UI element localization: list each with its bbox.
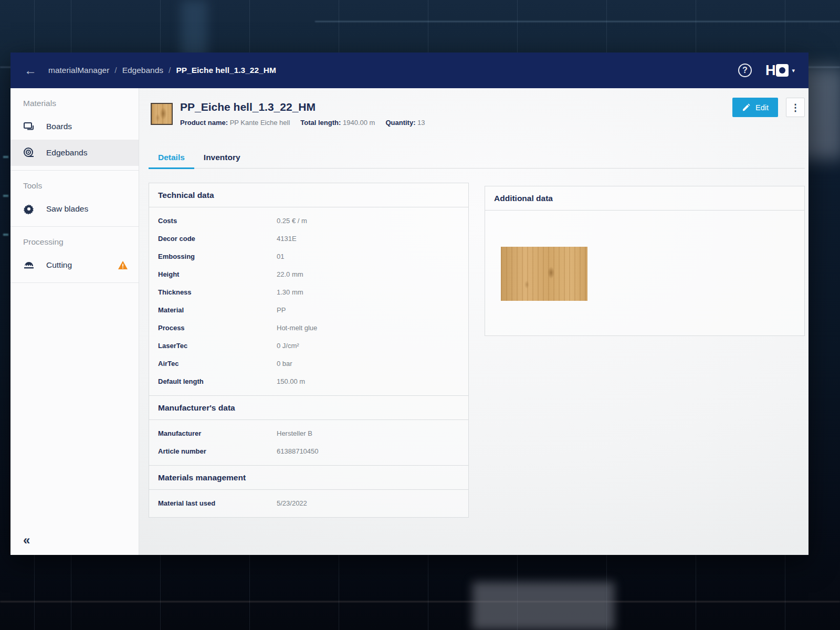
sidebar-item-cutting[interactable]: Cutting [10, 252, 139, 278]
row-value: 150.00 m [277, 377, 305, 385]
background-glow [472, 582, 614, 630]
meta-value: PP Kante Eiche hell [230, 119, 290, 127]
section-title: Technical data [149, 183, 468, 207]
edit-button[interactable]: Edit [732, 98, 778, 117]
table-row: AirTec0 bar [149, 354, 468, 372]
meta-value: 13 [417, 119, 425, 127]
meta-quantity: Quantity: 13 [385, 119, 425, 127]
sidebar-item-saw-blades[interactable]: Saw blades [10, 196, 139, 222]
tab-inventory[interactable]: Inventory [194, 147, 250, 168]
row-value: 61388710450 [277, 447, 319, 455]
row-label: Embossing [149, 253, 277, 260]
homag-logo-icon [776, 64, 789, 77]
pencil-icon [742, 103, 750, 112]
back-arrow-icon[interactable]: ← [24, 64, 37, 77]
sidebar: Materials Boards Edgebands Tools Saw b [10, 88, 139, 555]
product-thumbnail [151, 103, 173, 125]
row-value: Hot-melt glue [277, 324, 317, 332]
materials-management-rows: Material last used5/23/2022 [149, 490, 468, 517]
row-value: PP [277, 306, 286, 314]
help-icon[interactable]: ? [738, 64, 752, 77]
row-value: 22.0 mm [277, 270, 303, 278]
row-label: LaserTec [149, 342, 277, 350]
row-label: Article number [149, 447, 277, 455]
material-manager-window: ← materialManager / Edgebands / PP_Eiche… [10, 52, 808, 555]
sidebar-section-tools: Tools Saw blades [10, 171, 139, 227]
page-title: PP_Eiche hell_1.3_22_HM [180, 101, 316, 113]
materials-management-card: Materials management Material last used5… [149, 465, 469, 518]
saw-cutting-icon [23, 259, 35, 271]
section-title: Materials management [149, 466, 468, 490]
row-label: Manufacturer [149, 429, 277, 437]
table-row: LaserTec0 J/cm² [149, 337, 468, 354]
table-row: Default length150.00 m [149, 372, 468, 390]
row-label: Thickness [149, 288, 277, 296]
account-menu[interactable]: H ▾ [765, 62, 795, 79]
more-options-button[interactable]: ⋮ [786, 98, 805, 117]
sidebar-collapse-button[interactable]: « [23, 533, 30, 548]
breadcrumb-separator: / [114, 66, 117, 75]
meta-label: Product name: [180, 119, 228, 127]
row-label: Decor code [149, 235, 277, 243]
additional-data-card: Additional data [485, 186, 805, 336]
row-value: Hersteller B [277, 429, 312, 437]
wood-texture-image [501, 247, 587, 301]
table-row: ProcessHot-melt glue [149, 319, 468, 337]
sidebar-section-header: Materials [10, 93, 139, 113]
row-label: AirTec [149, 360, 277, 368]
background-tick [3, 195, 8, 197]
topbar-actions: ? H ▾ [738, 62, 795, 79]
breadcrumb: materialManager / Edgebands / PP_Eiche h… [48, 66, 276, 75]
breadcrumb-edgebands[interactable]: Edgebands [122, 66, 163, 75]
meta-value: 1940.00 m [343, 119, 375, 127]
top-bar: ← materialManager / Edgebands / PP_Eiche… [10, 52, 808, 88]
edit-button-label: Edit [755, 103, 769, 112]
meta-label: Total length: [300, 119, 341, 127]
row-value: 5/23/2022 [277, 499, 307, 507]
row-label: Default length [149, 377, 277, 385]
manufacturer-data-card: Manufacturer's data ManufacturerHerstell… [149, 395, 469, 466]
row-value: 0 bar [277, 360, 292, 368]
sidebar-item-label: Boards [46, 122, 72, 131]
row-label: Height [149, 270, 277, 278]
breadcrumb-current-item: PP_Eiche hell_1.3_22_HM [176, 66, 276, 75]
sidebar-item-edgebands[interactable]: Edgebands [10, 140, 139, 166]
content-area: PP_Eiche hell_1.3_22_HM Product name: PP… [139, 88, 808, 555]
warning-icon [118, 260, 128, 270]
breadcrumb-material-manager[interactable]: materialManager [48, 66, 109, 75]
sidebar-section-header: Tools [10, 176, 139, 196]
row-label: Material [149, 306, 277, 314]
tab-bar: Details Inventory [149, 147, 805, 169]
sidebar-item-label: Cutting [46, 260, 72, 270]
gear-icon [23, 203, 35, 215]
section-title: Manufacturer's data [149, 396, 468, 420]
tab-details[interactable]: Details [149, 147, 194, 168]
meta-label: Quantity: [385, 119, 415, 127]
sidebar-item-label: Edgebands [46, 148, 87, 158]
background-tick [3, 156, 8, 158]
table-row: Material last used5/23/2022 [149, 494, 468, 512]
row-value: 01 [277, 253, 284, 260]
chevron-down-icon: ▾ [792, 67, 795, 74]
table-row: MaterialPP [149, 301, 468, 319]
table-row: Decor code4131E [149, 229, 468, 247]
edgeband-coil-icon [23, 147, 35, 159]
product-meta: Product name: PP Kante Eiche hell Total … [180, 119, 425, 127]
details-column: Technical data Costs0.25 € / m Decor cod… [149, 183, 469, 518]
meta-total-length: Total length: 1940.00 m [300, 119, 375, 127]
boards-icon [23, 121, 35, 132]
breadcrumb-separator: / [169, 66, 171, 75]
table-row: Embossing01 [149, 247, 468, 265]
sidebar-item-label: Saw blades [46, 204, 88, 214]
sidebar-item-boards[interactable]: Boards [10, 113, 139, 140]
background-tick [3, 234, 8, 236]
additional-data-column: Additional data [485, 186, 805, 336]
sidebar-section-processing: Processing Cutting [10, 227, 139, 283]
background-line [0, 601, 840, 602]
row-value: 4131E [277, 235, 297, 243]
row-value: 0.25 € / m [277, 217, 307, 225]
table-row: Article number61388710450 [149, 442, 468, 460]
background-line [315, 21, 840, 22]
sidebar-section-header: Processing [10, 232, 139, 252]
homag-logo-icon: H [765, 62, 775, 79]
